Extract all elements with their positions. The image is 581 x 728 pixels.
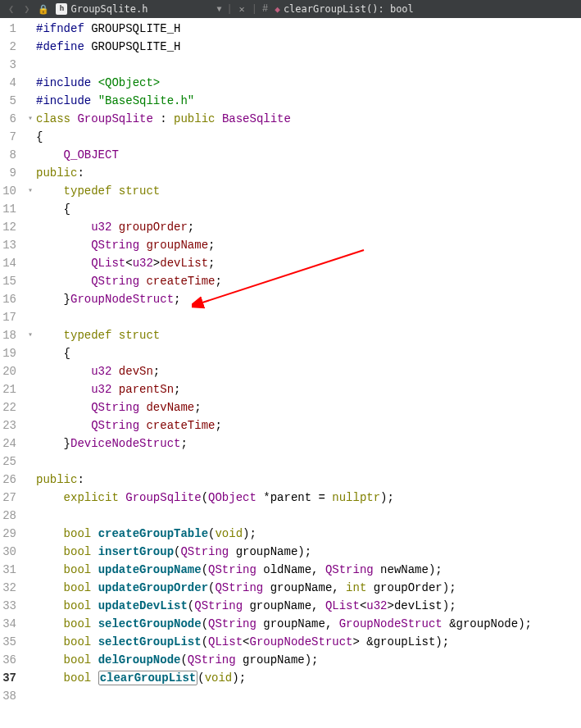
line-number[interactable]: 1 — [0, 20, 21, 38]
code-line[interactable]: bool updateGroupOrder(QString groupName,… — [36, 579, 581, 597]
code-line[interactable]: typedef struct — [36, 182, 581, 200]
code-line[interactable]: bool delGroupNode(QString groupName); — [36, 651, 581, 669]
code-line[interactable] — [36, 687, 581, 705]
line-number[interactable]: 6 — [0, 110, 21, 128]
nav-back-icon[interactable]: ❮ — [3, 3, 19, 16]
line-number[interactable]: 23 — [0, 416, 21, 435]
line-number[interactable]: 20 — [0, 362, 21, 380]
line-number[interactable]: 19 — [0, 344, 21, 362]
code-line[interactable]: bool insertGroup(QString groupName); — [36, 543, 581, 561]
line-number[interactable]: 12 — [0, 218, 21, 236]
code-line[interactable]: u32 parentSn; — [36, 380, 581, 398]
fold-gutter: ▾ ▾ ▾ — [25, 18, 36, 707]
line-number[interactable]: 34 — [0, 615, 21, 633]
line-number[interactable]: 17 — [0, 308, 21, 326]
code-line[interactable]: bool createGroupTable(void); — [36, 525, 581, 543]
line-number[interactable]: 10 — [0, 182, 21, 200]
line-number[interactable]: 14 — [0, 254, 21, 272]
line-number[interactable]: 24 — [0, 435, 21, 453]
line-number[interactable]: 31 — [0, 561, 21, 579]
editor-toolbar: ❮ ❯ 🔒 h GroupSqlite.h ▼ | ✕ | # ◆ clearG… — [0, 0, 581, 18]
fold-toggle-icon[interactable]: ▾ — [25, 110, 36, 128]
code-line[interactable]: #include <QObject> — [36, 74, 581, 92]
line-number[interactable]: 3 — [0, 56, 21, 74]
hash-icon: # — [259, 3, 271, 15]
code-line[interactable] — [36, 56, 581, 74]
line-number[interactable]: 9 — [0, 164, 21, 182]
code-line[interactable]: QString groupName; — [36, 236, 581, 254]
code-line[interactable]: QString devName; — [36, 398, 581, 416]
code-line[interactable]: u32 groupOrder; — [36, 218, 581, 236]
code-line[interactable] — [36, 507, 581, 525]
code-line[interactable]: class GroupSqlite : public BaseSqlite — [36, 110, 581, 128]
code-line[interactable]: typedef struct — [36, 326, 581, 344]
line-number[interactable]: 29 — [0, 525, 21, 543]
line-number[interactable]: 32 — [0, 579, 21, 597]
code-line[interactable]: public: — [36, 471, 581, 489]
line-number[interactable]: 13 — [0, 236, 21, 254]
code-line[interactable]: }DeviceNodeStruct; — [36, 435, 581, 453]
function-icon: ◆ — [271, 4, 284, 15]
fold-toggle-icon[interactable]: ▾ — [25, 182, 36, 200]
line-number[interactable]: 8 — [0, 146, 21, 164]
code-line[interactable]: bool selectGroupNode(QString groupName, … — [36, 615, 581, 633]
line-number[interactable]: 26 — [0, 471, 21, 489]
code-line[interactable] — [36, 453, 581, 471]
line-number[interactable]: 28 — [0, 507, 21, 525]
file-tab[interactable]: h GroupSqlite.h — [52, 3, 151, 15]
line-number[interactable]: 35 — [0, 633, 21, 651]
code-line[interactable]: { — [36, 200, 581, 218]
line-number[interactable]: 15 — [0, 272, 21, 290]
nav-fwd-icon[interactable]: ❯ — [19, 3, 34, 16]
fold-toggle-icon[interactable]: ▾ — [25, 326, 36, 344]
line-number[interactable]: 22 — [0, 398, 21, 416]
line-number[interactable]: 5 — [0, 92, 21, 110]
code-line[interactable]: QString createTime; — [36, 416, 581, 435]
code-line[interactable]: explicit GroupSqlite(QObject *parent = n… — [36, 489, 581, 507]
line-number[interactable]: 25 — [0, 453, 21, 471]
line-number[interactable]: 33 — [0, 597, 21, 615]
code-line[interactable]: }GroupNodeStruct; — [36, 290, 581, 308]
code-line[interactable]: #include "BaseSqlite.h" — [36, 92, 581, 110]
code-editor[interactable]: 1 2 3 4 5 6 7 8 9 10 11 12 13 14 15 16 1… — [0, 18, 581, 707]
line-number[interactable]: 36 — [0, 651, 21, 669]
code-line[interactable]: #define GROUPSQLITE_H — [36, 38, 581, 56]
code-line[interactable] — [36, 308, 581, 326]
code-line[interactable]: u32 devSn; — [36, 362, 581, 380]
code-line[interactable]: { — [36, 128, 581, 146]
code-line[interactable]: bool clearGroupList(void); — [36, 669, 581, 687]
line-number[interactable]: 27 — [0, 489, 21, 507]
selected-symbol: clearGroupList — [98, 671, 198, 685]
file-dropdown-icon[interactable]: ▼ — [151, 5, 225, 14]
line-number[interactable]: 21 — [0, 380, 21, 398]
line-number[interactable]: 11 — [0, 200, 21, 218]
lock-icon[interactable]: 🔒 — [34, 4, 52, 15]
code-line[interactable]: { — [36, 344, 581, 362]
code-line[interactable]: public: — [36, 164, 581, 182]
separator: | — [225, 3, 234, 15]
code-line[interactable]: bool selectGroupList(QList<GroupNodeStru… — [36, 633, 581, 651]
file-name: GroupSqlite.h — [70, 3, 148, 15]
line-number[interactable]: 16 — [0, 290, 21, 308]
close-icon[interactable]: ✕ — [234, 3, 250, 16]
line-number[interactable]: 7 — [0, 128, 21, 146]
line-number-gutter: 1 2 3 4 5 6 7 8 9 10 11 12 13 14 15 16 1… — [0, 18, 25, 707]
line-number[interactable]: 38 — [0, 687, 21, 705]
code-area[interactable]: #ifndef GROUPSQLITE_H #define GROUPSQLIT… — [36, 18, 581, 707]
line-number[interactable]: 30 — [0, 543, 21, 561]
line-number-current[interactable]: 37 — [0, 669, 21, 687]
code-line[interactable]: bool updateDevList(QString groupName, QL… — [36, 597, 581, 615]
function-signature[interactable]: clearGroupList(): bool — [284, 3, 414, 15]
code-line[interactable]: #ifndef GROUPSQLITE_H — [36, 20, 581, 38]
separator: | — [250, 3, 259, 15]
code-line[interactable]: Q_OBJECT — [36, 146, 581, 164]
line-number[interactable]: 18 — [0, 326, 21, 344]
code-line[interactable]: QList<u32>devList; — [36, 254, 581, 272]
code-line[interactable]: bool updateGroupName(QString oldName, QS… — [36, 561, 581, 579]
line-number[interactable]: 2 — [0, 38, 21, 56]
code-line[interactable]: QString createTime; — [36, 272, 581, 290]
header-file-icon: h — [56, 3, 67, 15]
line-number[interactable]: 4 — [0, 74, 21, 92]
